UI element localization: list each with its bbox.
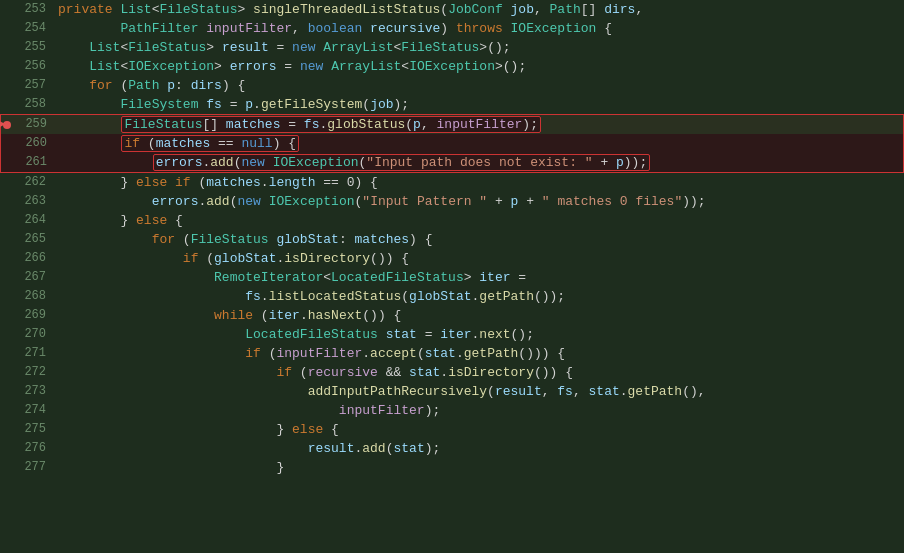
code-line: 253private List<FileStatus> singleThread… [0, 0, 904, 19]
line-content: PathFilter inputFilter, boolean recursiv… [54, 19, 904, 38]
line-content: fs.listLocatedStatus(globStat.getPath())… [54, 287, 904, 306]
code-line: 257 for (Path p: dirs) { [0, 76, 904, 95]
code-line: 273 addInputPathRecursively(result, fs, … [0, 382, 904, 401]
line-content: if (recursive && stat.isDirectory()) { [54, 363, 904, 382]
line-gutter: 265 [0, 230, 54, 249]
code-line: 264 } else { [0, 211, 904, 230]
code-line: 254 PathFilter inputFilter, boolean recu… [0, 19, 904, 38]
line-content: if (matches == null) { [55, 134, 903, 153]
code-line: 265 for (FileStatus globStat: matches) { [0, 230, 904, 249]
line-number: 259 [25, 115, 47, 134]
line-gutter: 254 [0, 19, 54, 38]
line-gutter: 261 [1, 153, 55, 172]
line-content: List<FileStatus> result = new ArrayList<… [54, 38, 904, 57]
line-content: List<IOException> errors = new ArrayList… [54, 57, 904, 76]
line-number: 270 [24, 325, 46, 344]
line-number: 275 [24, 420, 46, 439]
line-number: 277 [24, 458, 46, 477]
line-content: while (iter.hasNext()) { [54, 306, 904, 325]
line-content: } else { [54, 420, 904, 439]
code-line: 269 while (iter.hasNext()) { [0, 306, 904, 325]
line-content: } [54, 458, 904, 477]
line-gutter: 270 [0, 325, 54, 344]
line-content: FileSystem fs = p.getFileSystem(job); [54, 95, 904, 114]
code-line: 261 errors.add(new IOException("Input pa… [0, 153, 904, 173]
line-gutter: 256 [0, 57, 54, 76]
code-line: 275 } else { [0, 420, 904, 439]
line-number: 261 [25, 153, 47, 172]
code-line: 262 } else if (matches.length == 0) { [0, 173, 904, 192]
line-gutter: ▶259 [1, 115, 55, 134]
line-number: 271 [24, 344, 46, 363]
line-content: addInputPathRecursively(result, fs, stat… [54, 382, 904, 401]
line-gutter: 263 [0, 192, 54, 211]
line-number: 265 [24, 230, 46, 249]
line-gutter: 260 [1, 134, 55, 153]
code-line: 277 } [0, 458, 904, 477]
line-number: 267 [24, 268, 46, 287]
code-line: ▶259 FileStatus[] matches = fs.globStatu… [0, 114, 904, 134]
line-gutter: 258 [0, 95, 54, 114]
line-content: } else { [54, 211, 904, 230]
line-number: 255 [24, 38, 46, 57]
code-line: 267 RemoteIterator<LocatedFileStatus> it… [0, 268, 904, 287]
code-line: 274 inputFilter); [0, 401, 904, 420]
code-line: 256 List<IOException> errors = new Array… [0, 57, 904, 76]
line-number: 260 [25, 134, 47, 153]
line-content: inputFilter); [54, 401, 904, 420]
line-number: 253 [24, 0, 46, 19]
line-gutter: 266 [0, 249, 54, 268]
line-number: 266 [24, 249, 46, 268]
line-gutter: 253 [0, 0, 54, 19]
line-gutter: 255 [0, 38, 54, 57]
code-line: 258 FileSystem fs = p.getFileSystem(job)… [0, 95, 904, 114]
line-content: for (Path p: dirs) { [54, 76, 904, 95]
code-editor: 253private List<FileStatus> singleThread… [0, 0, 904, 553]
line-number: 269 [24, 306, 46, 325]
code-line: 276 result.add(stat); [0, 439, 904, 458]
code-line: 270 LocatedFileStatus stat = iter.next()… [0, 325, 904, 344]
line-gutter: 275 [0, 420, 54, 439]
line-number: 254 [24, 19, 46, 38]
line-number: 257 [24, 76, 46, 95]
line-gutter: 262 [0, 173, 54, 192]
line-gutter: 257 [0, 76, 54, 95]
code-line: 263 errors.add(new IOException("Input Pa… [0, 192, 904, 211]
line-number: 264 [24, 211, 46, 230]
line-number: 263 [24, 192, 46, 211]
line-number: 272 [24, 363, 46, 382]
code-line: 268 fs.listLocatedStatus(globStat.getPat… [0, 287, 904, 306]
line-gutter: 271 [0, 344, 54, 363]
line-content: if (globStat.isDirectory()) { [54, 249, 904, 268]
code-line: 266 if (globStat.isDirectory()) { [0, 249, 904, 268]
line-number: 262 [24, 173, 46, 192]
line-content: result.add(stat); [54, 439, 904, 458]
line-gutter: 268 [0, 287, 54, 306]
line-number: 273 [24, 382, 46, 401]
line-content: errors.add(new IOException("Input path d… [55, 153, 903, 172]
line-number: 274 [24, 401, 46, 420]
line-content: } else if (matches.length == 0) { [54, 173, 904, 192]
code-line: 271 if (inputFilter.accept(stat.getPath(… [0, 344, 904, 363]
line-gutter: 273 [0, 382, 54, 401]
line-content: LocatedFileStatus stat = iter.next(); [54, 325, 904, 344]
current-line-arrow: ▶ [0, 115, 6, 134]
line-content: errors.add(new IOException("Input Patter… [54, 192, 904, 211]
code-line: 255 List<FileStatus> result = new ArrayL… [0, 38, 904, 57]
line-gutter: 267 [0, 268, 54, 287]
line-gutter: 264 [0, 211, 54, 230]
line-gutter: 272 [0, 363, 54, 382]
line-content: for (FileStatus globStat: matches) { [54, 230, 904, 249]
line-content: private List<FileStatus> singleThreadedL… [54, 0, 904, 19]
line-content: if (inputFilter.accept(stat.getPath())) … [54, 344, 904, 363]
code-line: 260 if (matches == null) { [0, 134, 904, 153]
line-content: FileStatus[] matches = fs.globStatus(p, … [55, 115, 903, 134]
code-line: 272 if (recursive && stat.isDirectory())… [0, 363, 904, 382]
line-gutter: 269 [0, 306, 54, 325]
line-number: 276 [24, 439, 46, 458]
line-gutter: 277 [0, 458, 54, 477]
line-gutter: 274 [0, 401, 54, 420]
line-number: 256 [24, 57, 46, 76]
line-number: 268 [24, 287, 46, 306]
line-content: RemoteIterator<LocatedFileStatus> iter = [54, 268, 904, 287]
